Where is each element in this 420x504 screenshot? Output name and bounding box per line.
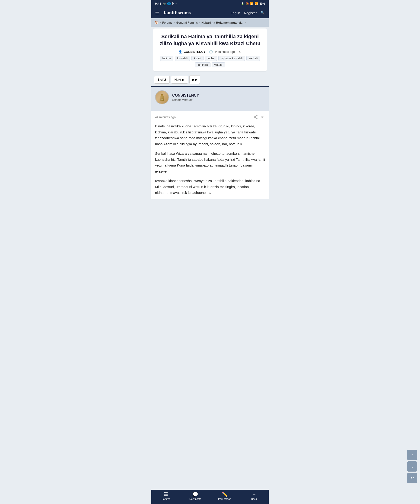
nav-forums-label: Forums — [162, 498, 170, 500]
header: ☰ JamiiForums Log in Register 🔍 — [151, 7, 269, 18]
battery-icon: 🔋 — [241, 2, 244, 5]
next-label: Next — [175, 78, 181, 82]
breadcrumb-general[interactable]: General Forums — [176, 21, 198, 24]
post-header: BV CONSISTENCY Senior Member — [151, 87, 269, 108]
signal-icon: 📶 — [255, 2, 258, 5]
forums-icon: ☰ — [164, 492, 168, 497]
status-left: 9:43 📷 🌐 ✈ • — [155, 2, 177, 5]
thread-meta: 👤 CONSISTENCY · 🕐 44 minutes ago · 🏷 — [157, 50, 263, 54]
status-time: 9:43 — [155, 2, 161, 5]
menu-icon[interactable]: ☰ — [155, 10, 159, 16]
svg-rect-3 — [160, 98, 164, 98]
back-icon: ← — [252, 492, 256, 497]
svg-rect-0 — [160, 96, 164, 101]
avatar[interactable]: BV — [155, 90, 169, 104]
tag-item[interactable]: lugha ya kiswahili — [218, 56, 245, 61]
tag-item[interactable]: tamthilia — [195, 62, 210, 67]
post-paragraph: Kwanza kinachoonesha kwenye hizo Tamthil… — [155, 178, 265, 196]
status-bar: 9:43 📷 🌐 ✈ • 🔋 🔕 📶 📶 43% — [151, 0, 269, 7]
tag-item[interactable]: hatima — [160, 56, 173, 61]
wifi-icon: 📶 — [250, 2, 254, 5]
breadcrumb-thread[interactable]: Habari na Hoja mchanganyi... — [201, 21, 243, 24]
clock-icon: 🕐 — [209, 50, 213, 54]
svg-line-8 — [255, 117, 257, 118]
next-icon: ▶ — [182, 78, 184, 82]
next-page-button[interactable]: Next ▶ — [171, 76, 188, 84]
post-role: Senior Member — [172, 98, 199, 102]
pagination: 1 of 2 Next ▶ ▶▶ — [151, 73, 269, 86]
tag-item[interactable]: kiswahili — [175, 56, 190, 61]
post-content: 44 minutes ago #1 Binafsi nasikitika kuo… — [151, 111, 269, 199]
search-icon[interactable]: 🔍 — [261, 11, 265, 15]
post-thread-icon: ✏️ — [222, 492, 228, 497]
breadcrumb: 🏠 › Forums › General Forums › Habari na … — [151, 18, 269, 27]
thread-card: Serikali na Hatima ya Tamthilia za kigen… — [153, 29, 267, 71]
svg-text:BV: BV — [161, 99, 163, 100]
post-triangle — [162, 108, 168, 111]
tag-item[interactable]: serikali — [246, 56, 260, 61]
bottom-nav: ☰ Forums 💬 New posts ✏️ Post thread ← Ba… — [151, 490, 269, 504]
thread-author[interactable]: CONSISTENCY — [183, 50, 205, 54]
thread-title: Serikali na Hatima ya Tamthilia za kigen… — [157, 33, 263, 47]
post-paragraph: Serikali hasa Wizara ya sanaa na michezo… — [155, 150, 265, 174]
post-body: Binafsi nasikitika kuona Tamthilia hizi … — [155, 123, 265, 196]
tag-item[interactable]: kizazi — [191, 56, 203, 61]
post-triangle-wrapper — [151, 108, 269, 111]
status-right: 🔋 🔕 📶 📶 43% — [241, 2, 265, 5]
post-meta-row: 44 minutes ago #1 — [155, 114, 265, 120]
nav-new-posts-label: New posts — [189, 498, 201, 500]
nav-back-label: Back — [251, 498, 257, 500]
current-page[interactable]: 1 of 2 — [154, 76, 170, 84]
post-user-info: CONSISTENCY Senior Member — [172, 93, 199, 102]
avatar-image: BV — [156, 91, 169, 104]
post-username[interactable]: CONSISTENCY — [172, 93, 199, 97]
post-paragraph: Binafsi nasikitika kuona Tamthilia hizi … — [155, 123, 265, 147]
breadcrumb-sep-2: › — [174, 21, 175, 24]
login-link[interactable]: Log in — [231, 11, 240, 15]
nav-post-thread[interactable]: ✏️ Post thread — [217, 492, 233, 500]
breadcrumb-forums[interactable]: Forums — [162, 21, 172, 24]
mute-icon: 🔕 — [245, 2, 249, 5]
battery-percent: 43% — [259, 2, 265, 5]
svg-rect-2 — [161, 95, 163, 96]
new-posts-icon: 💬 — [192, 492, 198, 497]
breadcrumb-sep-3: › — [199, 21, 200, 24]
home-icon[interactable]: 🏠 — [155, 21, 158, 24]
post-number: #1 — [261, 115, 265, 119]
post-actions: #1 — [253, 114, 265, 120]
register-link[interactable]: Register — [244, 11, 257, 15]
header-actions: Log in Register 🔍 — [231, 11, 265, 15]
svg-point-5 — [257, 115, 258, 116]
post-time: 44 minutes ago — [155, 115, 176, 119]
breadcrumb-sep-4: › — [245, 21, 246, 24]
tag-item[interactable]: watoto — [212, 62, 225, 67]
svg-point-6 — [254, 116, 256, 118]
thread-time: 44 minutes ago — [214, 50, 235, 54]
tag-item[interactable]: lugha — [205, 56, 217, 61]
nav-post-thread-label: Post thread — [218, 498, 231, 500]
nav-new-posts[interactable]: 💬 New posts — [187, 492, 203, 500]
nav-forums[interactable]: ☰ Forums — [158, 492, 174, 500]
nav-back[interactable]: ← Back — [246, 492, 262, 500]
share-icon[interactable] — [253, 114, 258, 120]
status-dot: • — [176, 2, 177, 5]
site-logo[interactable]: JamiiForums — [163, 10, 227, 16]
tags-icon: 🏷 — [238, 50, 242, 54]
breadcrumb-sep-1: › — [160, 21, 161, 24]
status-icons: 📷 🌐 ✈ — [163, 2, 174, 5]
svg-line-9 — [255, 116, 257, 117]
last-page-button[interactable]: ▶▶ — [189, 75, 200, 84]
tags-row: hatimakiswahilikizazilughalugha ya kiswa… — [157, 56, 263, 67]
svg-point-7 — [257, 118, 258, 119]
user-icon: 👤 — [178, 50, 182, 54]
